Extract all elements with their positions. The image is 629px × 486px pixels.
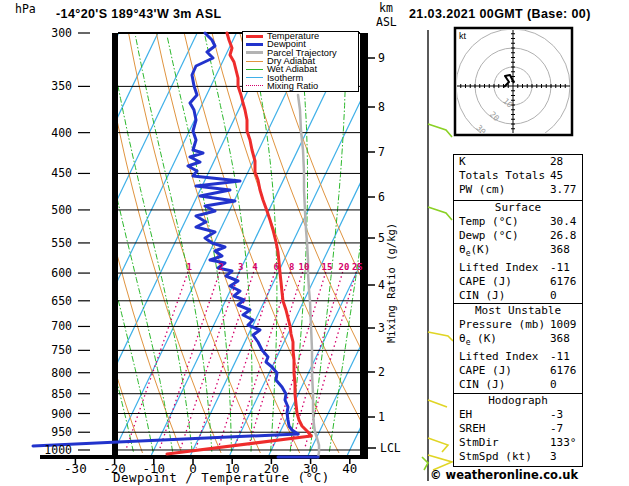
km-label-7: 7: [378, 146, 385, 158]
table-header-surface: Surface: [454, 201, 582, 215]
pressure-label-950: 950: [10, 426, 72, 438]
row-label: StmDir: [459, 436, 499, 449]
km-label-5: 5: [378, 232, 385, 244]
pressure-label-800: 800: [10, 367, 72, 379]
km-label-6: 6: [378, 191, 385, 203]
km-label-9: 9: [378, 52, 385, 64]
table-row: Lifted Index-11: [454, 350, 582, 364]
table-most-unstable: Most UnstablePressure (mb)1009θe (K)368L…: [453, 303, 583, 394]
row-label: Temp (°C): [459, 215, 519, 228]
table-row: SREH-7: [454, 422, 582, 436]
row-value: 26.8: [550, 229, 577, 243]
lcl-label: LCL: [380, 442, 401, 454]
km-label-8: 8: [378, 101, 385, 113]
row-value: -7: [550, 422, 563, 436]
legend-label: Mixing Ratio: [267, 81, 318, 91]
row-label: Dewp (°C): [459, 229, 519, 242]
pressure-label-450: 450: [10, 167, 72, 179]
temp-tick-label: -30: [57, 463, 93, 475]
pressure-label-700: 700: [10, 320, 72, 332]
km-label-4: 4: [378, 279, 385, 291]
row-label: StmSpd (kt): [459, 450, 532, 463]
legend: TemperatureDewpointParcel TrajectoryDry …: [242, 31, 359, 92]
row-value: -11: [550, 350, 570, 364]
row-label: CAPE (J): [459, 364, 512, 377]
table-row: StmDir133°: [454, 436, 582, 450]
km-axis-unit: km: [379, 2, 393, 14]
pressure-label-300: 300: [10, 27, 72, 39]
pressure-label-600: 600: [10, 267, 72, 279]
table-hodograph: HodographEH-3SREH-7StmDir133°StmSpd (kt)…: [453, 393, 583, 467]
table-row: EH-3: [454, 408, 582, 422]
table-row: CIN (J)0: [454, 378, 582, 392]
plot-frame: [40, 33, 376, 464]
wind-barb-column: [422, 30, 453, 481]
row-value: 368: [550, 332, 570, 346]
table-row: Pressure (mb)1009: [454, 318, 582, 332]
pressure-label-750: 750: [10, 344, 72, 356]
pressure-label-900: 900: [10, 408, 72, 420]
mixing-ratio-label-10: 10: [295, 262, 313, 272]
hodograph-plot: 102030: [455, 28, 572, 143]
pressure-label-650: 650: [10, 295, 72, 307]
mixing-ratio-label-25: 25: [348, 262, 366, 272]
table-row: Temp (°C)30.4: [454, 215, 582, 229]
hodograph-kt-label: kt: [459, 31, 466, 41]
table-header-hodograph: Hodograph: [454, 394, 582, 408]
row-value: 0: [550, 289, 557, 303]
row-label: Pressure (mb): [459, 318, 545, 331]
table-row: θe (K)368: [454, 332, 582, 350]
table-row: Totals Totals45: [454, 169, 582, 183]
table-header-most-unstable: Most Unstable: [454, 304, 582, 318]
row-label: PW (cm): [459, 183, 505, 196]
mixing-ratio-label-15: 15: [318, 262, 336, 272]
row-value: 3.77: [550, 183, 577, 197]
run-date-title: 21.03.2021 00GMT (Base: 00): [409, 7, 591, 21]
pressure-unit-label: hPa: [15, 3, 36, 15]
table-row: CIN (J)0: [454, 289, 582, 303]
legend-swatch: [246, 69, 263, 70]
row-label: θe(K): [459, 243, 490, 256]
table-row: θe(K)368: [454, 243, 582, 261]
pressure-label-400: 400: [10, 127, 72, 139]
legend-swatch: [246, 61, 263, 62]
mixing-ratio-label-2: 2: [212, 262, 230, 272]
legend-swatch: [246, 51, 263, 54]
mixing-ratio-label-1: 1: [180, 262, 198, 272]
pressure-label-1000: 1000: [10, 444, 72, 456]
row-label: Lifted Index: [459, 261, 538, 274]
mixing-ratio-label-4: 4: [246, 262, 264, 272]
table-row: StmSpd (kt)3: [454, 450, 582, 464]
km-label-3: 3: [378, 322, 385, 334]
row-value: 368: [550, 243, 570, 257]
legend-swatch: [246, 85, 263, 86]
row-value: 133°: [550, 436, 577, 450]
km-label-1: 1: [378, 411, 385, 423]
x-axis-label: Dewpoint / Temperature (°C): [113, 470, 330, 485]
row-value: 28: [550, 155, 563, 169]
table-indices: K28Totals Totals45PW (cm)3.77: [453, 154, 583, 202]
table-row: PW (cm)3.77: [454, 183, 582, 197]
table-surface: SurfaceTemp (°C)30.4Dewp (°C)26.8θe(K)36…: [453, 200, 583, 304]
row-value: -3: [550, 408, 563, 422]
legend-swatch: [246, 35, 263, 38]
row-value: 6176: [550, 275, 577, 289]
row-label: EH: [459, 408, 472, 421]
temp-tick-label: 40: [332, 463, 368, 475]
row-value: -11: [550, 261, 570, 275]
row-label: SREH: [459, 422, 486, 435]
row-label: CIN (J): [459, 289, 505, 302]
row-label: Totals Totals: [459, 169, 545, 182]
row-value: 6176: [550, 364, 577, 378]
row-value: 45: [550, 169, 563, 183]
pressure-label-350: 350: [10, 80, 72, 92]
legend-item-mixing-ratio: Mixing Ratio: [243, 82, 358, 90]
row-value: 3: [550, 450, 557, 464]
table-row: CAPE (J)6176: [454, 275, 582, 289]
legend-swatch: [246, 43, 263, 46]
row-label: θe (K): [459, 332, 497, 345]
skewt-sounding-app: 102030 -14°20'S 189°43'W 3m ASL 21.03.20…: [0, 0, 629, 486]
table-row: K28: [454, 155, 582, 169]
pressure-label-550: 550: [10, 237, 72, 249]
km-label-2: 2: [378, 366, 385, 378]
